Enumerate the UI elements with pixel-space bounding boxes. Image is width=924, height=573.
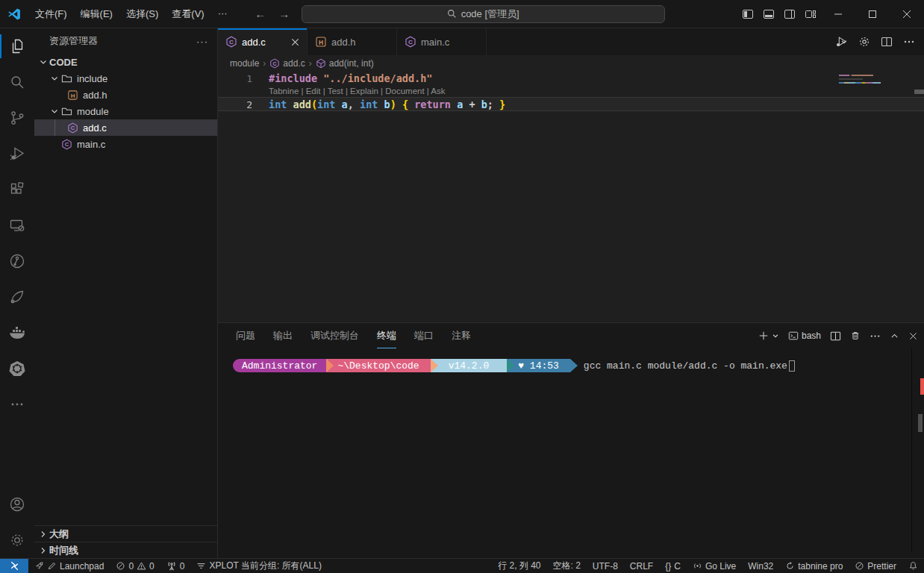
split-editor-icon[interactable]	[881, 36, 893, 48]
more-actions-icon[interactable]	[903, 36, 915, 48]
tree-item[interactable]: C H module	[34, 103, 217, 119]
toggle-panel-icon[interactable]	[758, 0, 779, 28]
sidebar-more-icon[interactable]: ···	[196, 36, 208, 47]
chevron-down-icon	[49, 72, 60, 84]
maximize-button[interactable]	[855, 0, 890, 28]
outline-section[interactable]: 大纲	[34, 525, 217, 542]
minimap[interactable]	[839, 75, 881, 86]
nav-back-icon[interactable]: ←	[254, 7, 267, 20]
breadcrumb-symbol[interactable]: add(int, int)	[316, 58, 374, 69]
customize-layout-icon[interactable]	[800, 0, 821, 28]
terminal-command: gcc main.c module/add.c -o main.exe	[584, 360, 787, 372]
panel-tab[interactable]: 终端	[377, 323, 396, 348]
search-icon	[447, 9, 457, 19]
editor-tab[interactable]: C H main.c	[397, 28, 487, 55]
terminal-shell-item[interactable]: bash	[788, 331, 821, 341]
golive-item[interactable]: Go Live	[687, 559, 742, 573]
tree-item[interactable]: C H add.c	[34, 119, 217, 136]
editor-tab[interactable]: C H add.h	[308, 28, 397, 55]
timeline-section[interactable]: 时间线	[34, 542, 217, 558]
run-debug-button[interactable]	[834, 35, 848, 48]
menu-more[interactable]: ···	[211, 4, 234, 24]
menu-view[interactable]: 查看(V)	[165, 4, 210, 24]
broadcast-icon	[693, 561, 702, 571]
menubar: 文件(F) 编辑(E) 选择(S) 查看(V) ···	[28, 4, 234, 24]
editor-scrollbar[interactable]	[914, 90, 924, 94]
close-panel-icon[interactable]	[908, 331, 918, 341]
indentation-item[interactable]: 空格: 2	[547, 559, 587, 573]
breadcrumb-folder[interactable]: module	[230, 58, 259, 69]
account-icon[interactable]	[0, 486, 34, 522]
close-window-button[interactable]	[890, 0, 924, 28]
docker-icon[interactable]	[0, 315, 34, 351]
command-center-search[interactable]: code [管理员]	[302, 5, 665, 23]
sidebar-title: 资源管理器	[49, 34, 98, 48]
kill-terminal-icon[interactable]	[850, 331, 861, 341]
kubernetes-icon[interactable]	[0, 351, 34, 386]
tree-item[interactable]: C H add.h	[34, 87, 217, 103]
settings-gear-icon[interactable]	[858, 36, 870, 48]
more-views-icon[interactable]	[0, 386, 34, 422]
titlebar: 文件(F) 编辑(E) 选择(S) 查看(V) ··· ← → code [管理…	[0, 0, 924, 28]
launchpad-item[interactable]: Launchpad	[28, 559, 110, 573]
menu-selection[interactable]: 选择(S)	[119, 4, 165, 24]
toggle-sidebar-icon[interactable]	[737, 0, 758, 28]
split-terminal-icon[interactable]	[830, 331, 841, 342]
tabnine-item[interactable]: tabnine pro	[779, 559, 849, 573]
terminal[interactable]: Administrator ~\Desktop\code v14.2.0 ♥ 1…	[218, 348, 924, 558]
tree-item[interactable]: C H CODE	[34, 54, 217, 70]
extensions-icon[interactable]	[0, 172, 34, 207]
explorer-icon[interactable]	[0, 28, 34, 64]
menu-file[interactable]: 文件(F)	[28, 4, 74, 24]
run-debug-icon[interactable]	[0, 136, 34, 172]
settings-gear-icon[interactable]	[0, 522, 34, 558]
remote-explorer-icon[interactable]	[0, 207, 34, 243]
menu-edit[interactable]: 编辑(E)	[74, 4, 119, 24]
editor-tab[interactable]: C H add.c	[218, 28, 308, 55]
nav-forward-icon[interactable]: →	[278, 7, 291, 20]
maximize-panel-icon[interactable]	[890, 331, 899, 341]
svg-text:C: C	[229, 39, 234, 46]
eol-item[interactable]: CRLF	[624, 559, 659, 573]
leaf-extension-icon[interactable]	[0, 279, 34, 315]
c-file-icon: C	[225, 36, 237, 48]
svg-text:C: C	[408, 39, 413, 46]
tree-item[interactable]: C H main.c	[34, 136, 217, 152]
new-terminal-button[interactable]	[758, 331, 779, 341]
terminal-cursor	[789, 360, 795, 372]
xplot-item[interactable]: XPLOT 当前分组: 所有(ALL)	[190, 559, 327, 573]
platform-item[interactable]: Win32	[742, 559, 779, 573]
code-line-2: 2 int add(int a, int b) { return a + b; …	[218, 97, 924, 111]
chevron-down-icon	[37, 56, 49, 68]
tower-item[interactable]: 0	[160, 559, 191, 573]
prettier-icon	[855, 561, 864, 571]
panel-tab[interactable]: 问题	[236, 323, 255, 348]
code-editor[interactable]: 1 #include "../include/add.h" Tabnine | …	[218, 72, 924, 322]
problems-item[interactable]: 0 0	[110, 559, 160, 573]
encoding-item[interactable]: UTF-8	[587, 559, 624, 573]
explorer-sidebar: 资源管理器 ··· C H CODE C	[34, 28, 218, 558]
panel-tab[interactable]: 调试控制台	[310, 323, 359, 348]
breadcrumb-file[interactable]: C add.c	[269, 58, 305, 69]
search-icon[interactable]	[0, 64, 34, 100]
prettier-item[interactable]: Prettier	[849, 559, 902, 573]
panel-tab[interactable]: 端口	[414, 323, 434, 348]
panel-more-icon[interactable]	[870, 331, 881, 342]
source-control-icon[interactable]	[0, 100, 34, 136]
terminal-scrollbar[interactable]	[918, 414, 923, 432]
cursor-position-item[interactable]: 行 2, 列 40	[492, 559, 546, 573]
panel-tab[interactable]: 注释	[452, 323, 471, 348]
gitlens-icon[interactable]	[0, 243, 34, 279]
language-item[interactable]: {}C	[659, 559, 687, 573]
remote-indicator[interactable]	[0, 559, 28, 573]
c-file-icon: C	[66, 122, 78, 134]
toggle-secondary-sidebar-icon[interactable]	[779, 0, 800, 28]
panel-tab[interactable]: 输出	[273, 323, 293, 348]
minimize-button[interactable]	[821, 0, 855, 28]
tree-item[interactable]: C H include	[34, 70, 217, 87]
notifications-bell-icon[interactable]	[902, 559, 924, 573]
close-tab-icon[interactable]	[289, 36, 301, 48]
editor-tabbar: C H add.c C H add.h	[218, 28, 924, 55]
file-tree: C H CODE C H include	[34, 54, 217, 152]
tabnine-codelens[interactable]: Tabnine | Edit | Test | Explain | Docume…	[218, 86, 924, 97]
